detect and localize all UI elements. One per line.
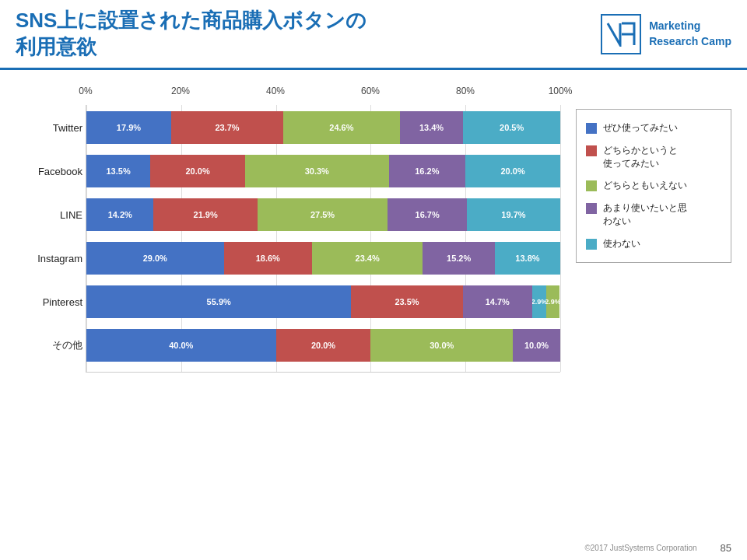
title-line1: SNS上に設置された商品購入ボタンの [16, 9, 366, 32]
bar-label-facebook: Facebook [16, 166, 82, 177]
bar-row-pinterest: Pinterest 55.9% 23.5% 14.7% 2.9% 2.9% [86, 285, 560, 318]
logo-box [601, 14, 641, 54]
legend-label-3: どちらともいえない [603, 179, 687, 192]
bar-stack-line: 14.2% 21.9% 27.5% 16.7% 19.7% [86, 198, 560, 231]
bar-stack-facebook: 13.5% 20.0% 30.3% 16.2% 20.0% [86, 155, 560, 187]
x-label-80: 80% [456, 86, 475, 96]
bar-stack-instagram: 29.0% 18.6% 23.4% 15.2% 13.8% [86, 242, 560, 275]
bar-label-instagram: Instagram [16, 253, 82, 264]
bar-seg: 14.7% [463, 285, 533, 318]
legend-item-2: どちらかというと使ってみたい [586, 144, 721, 170]
page-number: 85 [721, 542, 731, 554]
bar-stack-pinterest: 55.9% 23.5% 14.7% 2.9% 2.9% [86, 285, 560, 318]
legend-item-1: ぜひ使ってみたい [586, 121, 721, 135]
bar-seg: 23.7% [171, 111, 283, 144]
bar-label-line: LINE [16, 209, 82, 221]
legend-label-4: あまり使いたいと思わない [603, 201, 687, 228]
bars-area: Twitter 17.9% 23.7% 24.6% 13.4% 20.5% Fa… [86, 105, 560, 373]
bar-row-instagram: Instagram 29.0% 18.6% 23.4% 15.2% 13.8% [86, 242, 560, 275]
bar-seg: 13.5% [86, 155, 150, 187]
bar-seg: 10.0% [513, 329, 560, 362]
legend-item-4: あまり使いたいと思わない [586, 201, 721, 228]
bar-seg: 24.6% [283, 111, 400, 144]
bar-seg: 21.9% [153, 198, 257, 231]
bar-seg: 14.2% [86, 198, 153, 231]
bar-seg: 30.3% [245, 155, 389, 187]
legend-color-3 [586, 180, 597, 191]
x-label-60: 60% [361, 86, 380, 96]
bar-stack-other: 40.0% 20.0% 30.0% 10.0% [86, 329, 560, 362]
bar-seg: 20.5% [463, 111, 560, 144]
legend-label-2: どちらかというと使ってみたい [603, 144, 678, 170]
bar-seg: 27.5% [258, 198, 388, 231]
page-title: SNS上に設置された商品購入ボタンの 利用意欲 [16, 8, 601, 61]
bar-seg: 20.0% [465, 155, 560, 187]
bar-seg: 19.7% [467, 198, 560, 231]
legend-color-1 [586, 123, 597, 134]
x-label-20: 20% [171, 86, 190, 96]
bar-seg: 15.2% [423, 242, 495, 275]
bar-seg: 13.8% [495, 242, 560, 275]
bar-row-other: その他 40.0% 20.0% 30.0% 10.0% [86, 329, 560, 362]
bar-label-other: その他 [16, 338, 82, 352]
legend-item-3: どちらともいえない [586, 179, 721, 192]
logo-area: Marketing Research Camp [601, 14, 731, 54]
bar-seg: 13.4% [400, 111, 464, 144]
bar-seg: 2.9% [532, 285, 546, 318]
bar-row-line: LINE 14.2% 21.9% 27.5% 16.7% 19.7% [86, 198, 560, 231]
x-label-40: 40% [266, 86, 285, 96]
legend-label-5: 使わない [603, 237, 640, 250]
bar-row-twitter: Twitter 17.9% 23.7% 24.6% 13.4% 20.5% [86, 111, 560, 144]
chart-container: 0% 20% 40% 60% 80% 100% Twitter 17.9% 23… [0, 70, 747, 380]
x-label-0: 0% [79, 86, 92, 96]
bar-seg: 2.9% [546, 285, 560, 318]
logo-text: Marketing Research Camp [649, 19, 731, 49]
legend-color-4 [586, 203, 597, 214]
chart-main: 0% 20% 40% 60% 80% 100% Twitter 17.9% 23… [16, 86, 560, 373]
bar-seg: 23.4% [312, 242, 423, 275]
bar-seg: 16.7% [388, 198, 467, 231]
bar-seg: 55.9% [86, 285, 351, 318]
bar-seg: 23.5% [351, 285, 462, 318]
bar-seg: 17.9% [86, 111, 171, 144]
bar-seg: 20.0% [150, 155, 245, 187]
copyright: ©2017 JustSystems Corporation [584, 544, 696, 552]
legend-item-5: 使わない [586, 237, 721, 250]
bar-seg: 40.0% [86, 329, 276, 362]
logo-brand-line2: Research Camp [649, 34, 731, 50]
title-line2: 利用意欲 [16, 35, 96, 58]
bar-row-facebook: Facebook 13.5% 20.0% 30.3% 16.2% 20.0% [86, 155, 560, 187]
bar-seg: 20.0% [276, 329, 371, 362]
x-label-100: 100% [549, 86, 573, 96]
legend-color-2 [586, 145, 597, 156]
bar-seg: 16.2% [389, 155, 466, 187]
x-axis: 0% 20% 40% 60% 80% 100% [86, 86, 560, 103]
header: SNS上に設置された商品購入ボタンの 利用意欲 Marketing Resear… [0, 0, 747, 70]
legend-color-5 [586, 239, 597, 250]
legend-label-1: ぜひ使ってみたい [603, 121, 678, 135]
bar-seg: 29.0% [86, 242, 224, 275]
logo-brand-line1: Marketing [649, 19, 731, 34]
legend-box: ぜひ使ってみたい どちらかというと使ってみたい どちらともいえない あまり使いた… [576, 109, 731, 263]
bar-seg: 30.0% [370, 329, 513, 362]
footer: ©2017 JustSystems Corporation 85 [584, 542, 731, 554]
bar-label-pinterest: Pinterest [16, 296, 82, 308]
bar-seg: 18.6% [224, 242, 312, 275]
bar-label-twitter: Twitter [16, 122, 82, 134]
bar-stack-twitter: 17.9% 23.7% 24.6% 13.4% 20.5% [86, 111, 560, 144]
